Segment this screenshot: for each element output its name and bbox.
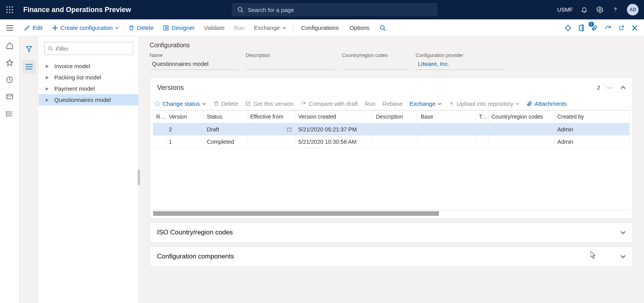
expand-arrow-icon[interactable]: ▶ [46, 75, 49, 79]
cell-t[interactable] [476, 136, 488, 148]
cell-effective-from[interactable] [247, 123, 295, 136]
cell-t[interactable] [476, 123, 488, 136]
designer-button[interactable]: Designer [158, 19, 199, 36]
global-search-input[interactable] [248, 7, 433, 13]
upload-into-repository-button[interactable]: Upload into repository [449, 100, 520, 107]
cell-version[interactable]: 2 [166, 123, 204, 136]
star-icon[interactable] [6, 59, 14, 67]
version-exchange-dropdown[interactable]: Exchange [409, 100, 442, 107]
cell-description[interactable] [373, 136, 418, 148]
version-exchange-label: Exchange [409, 100, 435, 107]
cell-effective-from[interactable] [247, 136, 295, 148]
tab-options[interactable]: Options [344, 19, 375, 36]
tree-item-packing-list-model[interactable]: ▶ Packing list model [39, 72, 138, 83]
expand-icon[interactable] [620, 230, 626, 235]
cell-base[interactable] [418, 123, 476, 136]
horizontal-scrollbar[interactable] [153, 211, 630, 216]
collapse-icon[interactable] [620, 85, 626, 90]
tree-item-payment-model[interactable]: ▶ Payment model [39, 83, 138, 94]
cell-country[interactable] [488, 136, 554, 148]
attachments-icon[interactable]: 0 [591, 24, 597, 31]
cell-version-created[interactable]: 5/21/2020 05:21:37 PM [295, 123, 373, 136]
field-value[interactable]: Questionnaires model [150, 60, 239, 70]
field-value[interactable] [342, 60, 409, 70]
change-status-button[interactable]: Change status [154, 100, 206, 107]
expand-icon[interactable] [620, 254, 626, 259]
field-label: Country/region codes [342, 53, 409, 58]
avatar[interactable]: AD [627, 4, 639, 15]
recent-icon[interactable] [6, 76, 14, 84]
expand-arrow-icon[interactable]: ▶ [46, 86, 49, 91]
tree-item-questionnaires-model[interactable]: ▶ Questionnaires model [39, 94, 138, 105]
col-version[interactable]: Version [166, 110, 204, 123]
tab-configurations[interactable]: Configurations [296, 19, 344, 36]
app-launcher-icon[interactable] [0, 0, 19, 19]
table-row[interactable]: 1 Completed 5/21/2020 10:30:58 AM Admin [153, 136, 630, 148]
edit-button[interactable]: Edit [19, 19, 47, 36]
designer-icon [163, 25, 169, 31]
refresh-icon[interactable] [604, 24, 611, 31]
diamond-icon[interactable] [565, 25, 571, 31]
scrollbar-thumb[interactable] [153, 211, 439, 216]
hamburger-icon[interactable] [0, 19, 19, 36]
create-configuration-button[interactable]: Create configuration [47, 19, 124, 36]
cell-description[interactable] [373, 123, 418, 136]
company-picker[interactable]: USMF [557, 7, 573, 13]
popout-icon[interactable] [618, 25, 625, 31]
col-created-by[interactable]: Created by [554, 110, 630, 123]
tree-item-invoice-model[interactable]: ▶ Invoice model [39, 60, 138, 72]
cell-created-by[interactable]: Admin [554, 123, 630, 136]
close-icon[interactable] [632, 25, 638, 31]
rebase-button[interactable]: Rebase [383, 100, 403, 107]
tree-filter-input[interactable] [56, 45, 129, 52]
cell-created-by[interactable]: Admin [554, 136, 630, 148]
bell-icon[interactable] [580, 6, 588, 14]
more-icon[interactable]: ··· [604, 84, 615, 91]
action-search-icon[interactable] [375, 25, 390, 31]
col-country[interactable]: Country/region codes [488, 110, 554, 123]
col-effective-from[interactable]: Effective from [247, 110, 295, 123]
resize-handle[interactable] [138, 170, 140, 185]
cell-status[interactable]: Completed [204, 136, 247, 148]
calendar-icon[interactable] [287, 127, 292, 132]
validate-button[interactable]: Validate [199, 19, 229, 36]
global-search[interactable] [232, 3, 437, 16]
exchange-dropdown[interactable]: Exchange [249, 19, 291, 36]
expand-arrow-icon[interactable]: ▶ [46, 98, 49, 102]
field-value[interactable] [246, 60, 335, 70]
col-base[interactable]: Base [418, 110, 476, 123]
attachments-button[interactable]: Attachments [527, 100, 567, 107]
home-icon[interactable] [6, 42, 14, 50]
workspace-icon[interactable] [6, 93, 14, 101]
configuration-components-card[interactable]: Configuration components [150, 246, 633, 267]
office-icon[interactable] [578, 24, 584, 31]
gear-icon[interactable] [596, 6, 604, 14]
col-revision[interactable]: R... [153, 110, 166, 123]
filter-icon[interactable] [22, 42, 36, 56]
delete-button[interactable]: Delete [124, 19, 158, 36]
svg-point-6 [6, 12, 7, 13]
col-description[interactable]: Description [373, 110, 418, 123]
compare-with-draft-button[interactable]: Compare with draft [300, 100, 358, 107]
cell-status[interactable]: Draft [204, 123, 247, 136]
cell-version[interactable]: 1 [166, 136, 204, 148]
version-run-button[interactable]: Run [365, 100, 376, 107]
list-icon[interactable] [22, 60, 36, 74]
cell-base[interactable] [418, 136, 476, 148]
components-title: Configuration components [157, 253, 234, 260]
cell-version-created[interactable]: 5/21/2020 10:30:58 AM [295, 136, 373, 148]
modules-icon[interactable] [6, 110, 14, 118]
version-delete-button[interactable]: Delete [213, 100, 238, 107]
versions-grid[interactable]: R... Version Status Effective from Versi… [153, 110, 630, 148]
table-row[interactable]: 2 Draft 5/21/2020 05:21:37 PM Admin [153, 123, 630, 136]
get-this-version-button[interactable]: Get this version [245, 100, 294, 107]
iso-country-codes-card[interactable]: ISO Country/region codes [150, 222, 633, 243]
col-t[interactable]: T... [476, 110, 488, 123]
cell-country[interactable] [488, 123, 554, 136]
col-status[interactable]: Status [204, 110, 247, 123]
expand-arrow-icon[interactable]: ▶ [46, 64, 49, 68]
tree-filter[interactable] [44, 42, 133, 55]
field-value-link[interactable]: Litware, Inc. [416, 60, 505, 70]
col-version-created[interactable]: Version created [295, 110, 373, 123]
help-icon[interactable] [611, 6, 619, 14]
